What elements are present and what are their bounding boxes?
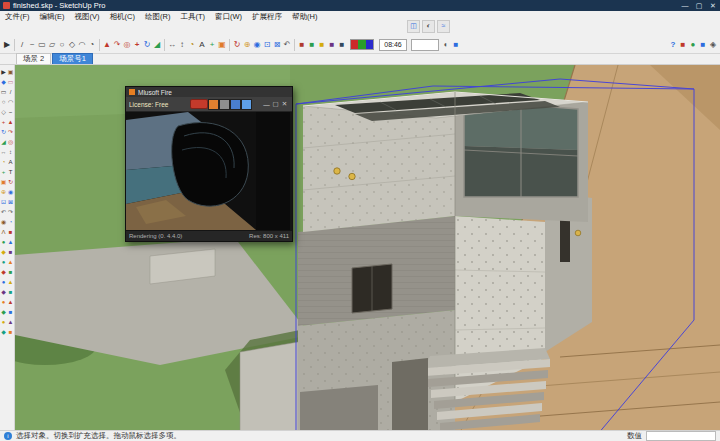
orbit-tool[interactable]: ↻ [7,177,14,187]
protractor-tool[interactable]: ◔ [0,157,7,167]
shadow-date-field[interactable] [411,39,439,51]
pan-tool[interactable]: ⊕ [0,187,7,197]
line-tool[interactable]: / [17,38,27,51]
render-close-button[interactable]: ✕ [280,100,289,108]
polygon-tool[interactable]: ◇ [67,38,77,51]
render-window[interactable]: Mlusoft Fire License: Free —▢✕ [125,86,293,242]
dimension-tool[interactable]: ↕ [7,147,14,157]
look-around-tool[interactable]: ◔ [7,217,14,227]
zoom-extents-tool[interactable]: ⊠ [7,197,14,207]
plugin-tool-3[interactable]: ▲ [7,237,14,247]
scale-tool[interactable]: ◢ [0,137,7,147]
arc-tool[interactable]: ◠ [77,38,87,51]
zoom-window-tool[interactable]: ⊡ [0,197,7,207]
offset-tool[interactable]: ◎ [122,38,132,51]
push-pull-tool[interactable]: ▲ [102,38,112,51]
zoom-extents-tool[interactable]: ⊠ [272,38,282,51]
render-tool-3[interactable] [230,99,241,110]
plugin-tool-3[interactable]: ■ [317,38,327,51]
previous-view-tool[interactable]: ↶ [0,207,7,217]
plugin-tool-6[interactable]: ■ [451,38,461,51]
plugin-tool-12[interactable]: ◆ [0,287,7,297]
scene-tab-1[interactable]: 场景 2 [16,53,51,64]
window-menu[interactable]: 窗口(W) [210,12,247,22]
plugin-tool-14[interactable]: ● [0,297,7,307]
section-plane-tool[interactable]: ▣ [217,38,227,51]
paint-bucket-tool[interactable]: ◆ [0,77,7,87]
orbit-tool[interactable]: ↻ [232,38,242,51]
plugin-tool-2[interactable]: ● [0,237,7,247]
plugin-tool-2[interactable]: ■ [307,38,317,51]
maximize-button[interactable]: ▢ [692,0,706,11]
eraser-tool[interactable]: ▭ [7,77,14,87]
plugin-tool-5[interactable]: ■ [337,38,347,51]
move-tool[interactable]: + [0,117,7,127]
arc-tool[interactable]: ◠ [7,97,14,107]
rotate-tool[interactable]: ↻ [0,127,7,137]
plugin-tool-7[interactable]: ▲ [7,257,14,267]
plugin-tool-10[interactable]: ● [0,277,7,287]
zoom-tool[interactable]: ◉ [7,187,14,197]
rotated-rectangle-tool[interactable]: ▱ [47,38,57,51]
protractor-tool[interactable]: ◔ [187,38,197,51]
text-tool[interactable]: A [7,157,14,167]
shadow-time-field[interactable]: 08:46 [379,39,407,51]
freehand-tool[interactable]: ~ [7,107,14,117]
render-start-button[interactable] [190,99,208,109]
plugin-tool-21[interactable]: ■ [7,327,14,337]
plugin-tool-18[interactable]: ● [0,317,7,327]
geolocation-icon[interactable]: i [4,432,12,440]
section-plane-tool[interactable]: ▣ [0,177,7,187]
render-tool-2[interactable] [219,99,230,110]
pie-tool[interactable]: ◔ [87,38,97,51]
plugin-tool-4[interactable]: ■ [327,38,337,51]
plugin-tool-20[interactable]: ◆ [0,327,7,337]
plugin-tool-7[interactable]: ■ [678,38,688,51]
push-pull-tool[interactable]: ▲ [7,117,14,127]
plugin-tool-8[interactable]: ● [688,38,698,51]
rotate-tool[interactable]: ↻ [142,38,152,51]
previous-view-tool[interactable]: ↶ [282,38,292,51]
circle-tool[interactable]: ○ [57,38,67,51]
rectangle-tool[interactable]: ▭ [0,87,7,97]
render-window-titlebar[interactable]: Mlusoft Fire [126,87,292,97]
plugin-tool-11[interactable]: ▲ [7,277,14,287]
render-tool-1[interactable] [208,99,219,110]
rectangle-tool[interactable]: ▭ [37,38,47,51]
zoom-window-tool[interactable]: ⊡ [262,38,272,51]
plugin-tool-1[interactable]: ■ [297,38,307,51]
select-tool[interactable]: ▶ [2,38,12,51]
viewport-3d[interactable] [15,65,720,430]
plugin-tool-15[interactable]: ▲ [7,297,14,307]
scale-tool[interactable]: ◢ [152,38,162,51]
draw-menu[interactable]: 绘图(R) [140,12,175,22]
render-maximize-button[interactable]: ▢ [271,100,280,108]
plugin-tool-16[interactable]: ◆ [0,307,7,317]
axes-tool[interactable]: + [207,38,217,51]
3d-text-tool[interactable]: T [7,167,14,177]
plugin-tool-4[interactable]: ◆ [0,247,7,257]
tape-measure-tool[interactable]: ↔ [0,147,7,157]
help-icon[interactable]: ? [668,38,678,51]
minimize-button[interactable]: — [678,0,692,11]
edit-menu[interactable]: 编辑(E) [35,12,70,22]
help-menu[interactable]: 帮助(H) [287,12,322,22]
settings-icon[interactable]: ◈ [708,38,718,51]
plugin-tool-13[interactable]: ■ [7,287,14,297]
plugin-tool-9[interactable]: ■ [698,38,708,51]
plugin-tool-6[interactable]: ● [0,257,7,267]
dimension-tool[interactable]: ↕ [177,38,187,51]
measurement-input[interactable] [646,431,716,441]
move-tool[interactable]: + [132,38,142,51]
view-menu[interactable]: 视图(V) [70,12,105,22]
zoom-tool[interactable]: ◉ [252,38,262,51]
shadows-icon[interactable]: ◐ [422,20,435,33]
tools-menu[interactable]: 工具(T) [175,12,210,22]
fog-icon[interactable]: ≈ [437,20,450,33]
standard-views-icon[interactable]: ◫ [407,20,420,33]
line-tool[interactable]: / [7,87,14,97]
freehand-tool[interactable]: ~ [27,38,37,51]
make-component-tool[interactable]: ▣ [7,67,14,77]
follow-me-tool[interactable]: ↷ [112,38,122,51]
tape-measure-tool[interactable]: ↔ [167,38,177,51]
